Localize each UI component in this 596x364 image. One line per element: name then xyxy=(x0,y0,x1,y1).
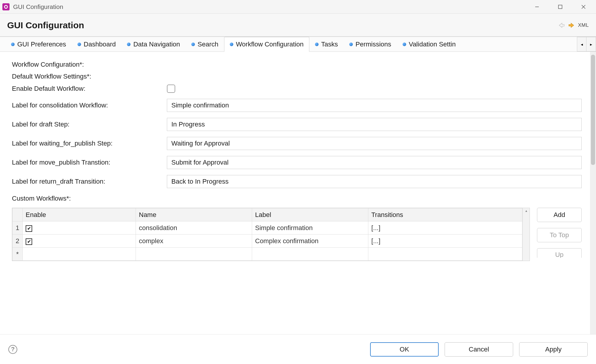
page-title: GUI Configuration xyxy=(7,20,558,30)
cell-name[interactable] xyxy=(136,248,252,261)
back-arrow-icon[interactable] xyxy=(558,22,565,29)
svg-rect-2 xyxy=(558,5,562,9)
ok-button[interactable]: OK xyxy=(370,342,439,357)
maximize-button[interactable] xyxy=(554,2,566,11)
cell-name[interactable]: complex xyxy=(136,235,252,248)
tab-data-navigation[interactable]: Data Navigation xyxy=(121,37,186,51)
cell-enable[interactable] xyxy=(23,221,136,235)
check-icon[interactable] xyxy=(26,225,32,232)
col-name[interactable]: Name xyxy=(136,208,252,221)
table-row[interactable]: 2 complex Complex confirmation [...] xyxy=(13,235,522,248)
table-row[interactable]: 1 consolidation Simple confirmation [...… xyxy=(13,221,522,235)
cell-label[interactable] xyxy=(252,248,368,261)
bullet-icon xyxy=(11,43,15,46)
help-icon[interactable]: ? xyxy=(8,345,17,354)
tabstrip: GUI Preferences Dashboard Data Navigatio… xyxy=(0,37,596,52)
xml-label[interactable]: XML xyxy=(578,22,589,28)
scrollbar-thumb[interactable] xyxy=(591,55,595,165)
tab-label: Dashboard xyxy=(84,40,116,48)
tab-search[interactable]: Search xyxy=(186,37,224,51)
col-label[interactable]: Label xyxy=(252,208,368,221)
tab-workflow-configuration[interactable]: Workflow Configuration xyxy=(224,37,309,52)
table-side-buttons: Add To Top Up xyxy=(537,208,582,258)
content: Workflow Configuration*: Default Workflo… xyxy=(0,52,590,334)
app-icon xyxy=(2,3,10,10)
label-waiting-for-publish-step: Label for waiting_for_publish Step: xyxy=(12,140,167,147)
up-button[interactable]: Up xyxy=(537,248,582,258)
section-custom-workflows: Custom Workflows*: xyxy=(12,195,582,202)
tab-label: Search xyxy=(198,40,218,48)
label-move-publish-transition: Label for move_publish Transtion: xyxy=(12,159,167,166)
cell-transitions[interactable]: [...] xyxy=(368,221,522,235)
cell-name[interactable]: consolidation xyxy=(136,221,252,235)
cell-enable[interactable] xyxy=(23,248,136,261)
cell-label[interactable]: Complex confirmation xyxy=(252,235,368,248)
apply-button[interactable]: Apply xyxy=(519,342,588,357)
table-scrollbar[interactable]: ▴ xyxy=(522,208,530,261)
cancel-button[interactable]: Cancel xyxy=(445,342,513,357)
add-button[interactable]: Add xyxy=(537,208,582,222)
row-number: 1 xyxy=(13,221,23,235)
cell-transitions[interactable] xyxy=(368,248,522,261)
row-number: 2 xyxy=(13,235,23,248)
window: GUI Configuration GUI Configuration XML xyxy=(0,0,596,364)
custom-workflows-table-box: Enable Name Label Transitions 1 consolid… xyxy=(12,208,530,261)
bullet-icon xyxy=(230,43,233,46)
svg-point-0 xyxy=(4,5,7,8)
col-enable[interactable]: Enable xyxy=(23,208,136,221)
row-new-marker: * xyxy=(13,248,23,261)
table-new-row[interactable]: * xyxy=(13,248,522,261)
tab-label: GUI Preferences xyxy=(17,40,66,48)
content-scrollbar[interactable] xyxy=(590,52,596,334)
form-grid: Enable Default Workflow: Label for conso… xyxy=(12,85,582,188)
cell-transitions[interactable]: [...] xyxy=(368,235,522,248)
tab-permissions[interactable]: Permissions xyxy=(344,37,397,51)
label-enable-default-workflow: Enable Default Workflow: xyxy=(12,85,167,93)
window-buttons xyxy=(531,2,589,11)
cell-enable[interactable] xyxy=(23,235,136,248)
to-top-button[interactable]: To Top xyxy=(537,228,582,242)
move-publish-transition-input[interactable] xyxy=(167,156,582,169)
section-workflow-configuration: Workflow Configuration*: xyxy=(12,61,582,68)
draft-step-input[interactable] xyxy=(167,118,582,131)
tab-label: Tasks xyxy=(321,40,338,48)
close-button[interactable] xyxy=(578,2,589,11)
tab-label: Validation Settin xyxy=(409,40,456,48)
section-default-workflow-settings: Default Workflow Settings*: xyxy=(12,73,582,80)
cell-label[interactable]: Simple confirmation xyxy=(252,221,368,235)
tab-validation-settings[interactable]: Validation Settin xyxy=(397,37,461,51)
table-corner xyxy=(13,208,23,221)
tab-label: Permissions xyxy=(356,40,391,48)
custom-workflows-area: Enable Name Label Transitions 1 consolid… xyxy=(12,208,582,261)
tab-scroll-left-button[interactable]: ◂ xyxy=(577,37,586,51)
label-return-draft-transition: Label for return_draft Transition: xyxy=(12,178,167,185)
bullet-icon xyxy=(315,43,319,46)
window-title: GUI Configuration xyxy=(13,3,531,10)
consolidation-workflow-input[interactable] xyxy=(167,99,582,112)
bullet-icon xyxy=(77,43,81,46)
tab-dashboard[interactable]: Dashboard xyxy=(72,37,122,51)
banner-actions: XML xyxy=(558,22,589,29)
custom-workflows-table[interactable]: Enable Name Label Transitions 1 consolid… xyxy=(12,208,522,261)
forward-arrow-icon[interactable] xyxy=(568,22,575,29)
col-transitions[interactable]: Transitions xyxy=(368,208,522,221)
bullet-icon xyxy=(349,43,353,46)
label-draft-step: Label for draft Step: xyxy=(12,121,167,128)
tab-tasks[interactable]: Tasks xyxy=(309,37,344,51)
bullet-icon xyxy=(127,43,131,46)
titlebar: GUI Configuration xyxy=(0,0,596,14)
enable-default-workflow-checkbox[interactable] xyxy=(167,85,175,93)
label-consolidation-workflow: Label for consolidation Workflow: xyxy=(12,101,167,109)
tab-scroll-controls: ◂ ▸ xyxy=(577,37,596,51)
content-wrap: Workflow Configuration*: Default Workflo… xyxy=(0,52,596,334)
minimize-button[interactable] xyxy=(531,2,543,11)
tab-gui-preferences[interactable]: GUI Preferences xyxy=(5,37,72,51)
footer: ? OK Cancel Apply xyxy=(0,334,596,364)
tab-scroll-right-button[interactable]: ▸ xyxy=(586,37,596,51)
scroll-up-icon[interactable]: ▴ xyxy=(523,209,530,213)
bullet-icon xyxy=(191,43,195,46)
return-draft-transition-input[interactable] xyxy=(167,175,582,188)
check-icon[interactable] xyxy=(26,238,32,245)
waiting-for-publish-input[interactable] xyxy=(167,137,582,150)
tab-label: Data Navigation xyxy=(133,40,180,48)
